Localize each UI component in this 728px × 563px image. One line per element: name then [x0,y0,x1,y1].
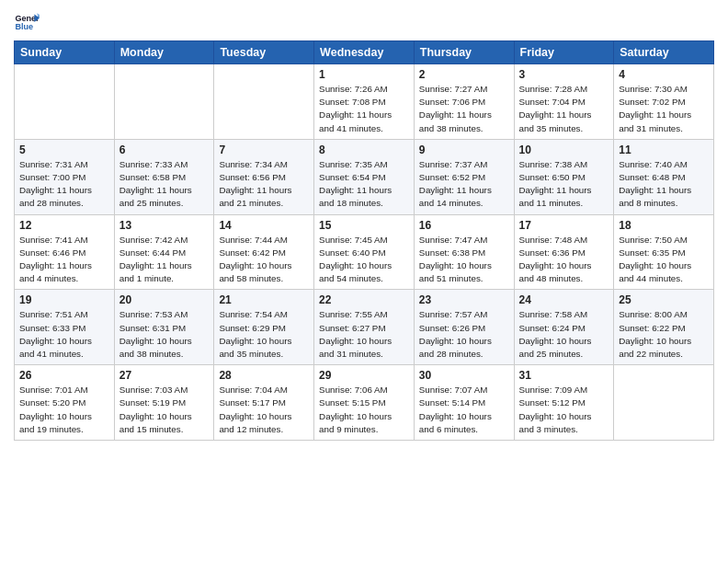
day-number: 30 [419,369,509,382]
day-info: Sunrise: 7:09 AM Sunset: 5:12 PM Dayligh… [519,384,609,436]
calendar-cell: 6Sunrise: 7:33 AM Sunset: 6:58 PM Daylig… [114,139,214,214]
day-number: 6 [119,144,210,156]
day-info: Sunrise: 7:03 AM Sunset: 5:19 PM Dayligh… [119,384,210,436]
calendar-cell [114,64,214,140]
calendar-cell: 18Sunrise: 7:50 AM Sunset: 6:35 PM Dayli… [614,214,714,290]
calendar-cell: 24Sunrise: 7:58 AM Sunset: 6:24 PM Dayli… [514,290,614,365]
day-number: 26 [19,369,109,382]
calendar-cell: 1Sunrise: 7:26 AM Sunset: 7:08 PM Daylig… [314,64,415,140]
day-number: 16 [419,219,509,232]
svg-text:Blue: Blue [15,22,33,31]
calendar-week-4: 19Sunrise: 7:51 AM Sunset: 6:33 PM Dayli… [15,290,714,365]
day-info: Sunrise: 7:37 AM Sunset: 6:52 PM Dayligh… [419,158,509,211]
day-info: Sunrise: 7:58 AM Sunset: 6:24 PM Dayligh… [519,308,609,361]
day-info: Sunrise: 7:47 AM Sunset: 6:38 PM Dayligh… [419,234,509,286]
day-number: 4 [619,68,709,81]
weekday-header-row: SundayMondayTuesdayWednesdayThursdayFrid… [15,41,714,64]
day-number: 13 [119,219,210,232]
day-number: 22 [319,293,409,306]
day-number: 25 [619,293,709,306]
weekday-header-saturday: Saturday [614,41,714,64]
calendar-cell: 23Sunrise: 7:57 AM Sunset: 6:26 PM Dayli… [414,290,514,365]
day-info: Sunrise: 7:31 AM Sunset: 7:00 PM Dayligh… [19,158,109,211]
calendar-cell: 12Sunrise: 7:41 AM Sunset: 6:46 PM Dayli… [15,214,115,290]
day-number: 31 [519,369,609,382]
day-info: Sunrise: 7:40 AM Sunset: 6:48 PM Dayligh… [619,158,709,211]
weekday-header-monday: Monday [114,41,214,64]
day-number: 2 [419,68,509,81]
calendar-cell: 14Sunrise: 7:44 AM Sunset: 6:42 PM Dayli… [214,214,314,290]
calendar-week-5: 26Sunrise: 7:01 AM Sunset: 5:20 PM Dayli… [15,365,714,441]
day-number: 10 [519,144,609,156]
day-info: Sunrise: 7:26 AM Sunset: 7:08 PM Dayligh… [319,83,409,135]
day-info: Sunrise: 7:04 AM Sunset: 5:17 PM Dayligh… [219,384,309,436]
day-info: Sunrise: 7:33 AM Sunset: 6:58 PM Dayligh… [119,158,210,211]
weekday-header-thursday: Thursday [414,41,514,64]
day-number: 24 [519,293,609,306]
calendar-cell: 2Sunrise: 7:27 AM Sunset: 7:06 PM Daylig… [414,64,514,140]
day-number: 9 [419,144,509,156]
calendar-week-3: 12Sunrise: 7:41 AM Sunset: 6:46 PM Dayli… [15,214,714,290]
calendar-cell [15,64,115,140]
calendar-cell: 7Sunrise: 7:34 AM Sunset: 6:56 PM Daylig… [214,139,314,214]
day-info: Sunrise: 7:51 AM Sunset: 6:33 PM Dayligh… [19,308,109,361]
calendar-cell: 20Sunrise: 7:53 AM Sunset: 6:31 PM Dayli… [114,290,214,365]
day-info: Sunrise: 7:53 AM Sunset: 6:31 PM Dayligh… [119,308,210,361]
calendar-week-1: 1Sunrise: 7:26 AM Sunset: 7:08 PM Daylig… [15,64,714,140]
day-info: Sunrise: 8:00 AM Sunset: 6:22 PM Dayligh… [619,308,709,361]
day-number: 19 [19,293,109,306]
day-info: Sunrise: 7:07 AM Sunset: 5:14 PM Dayligh… [419,384,509,436]
calendar-cell: 13Sunrise: 7:42 AM Sunset: 6:44 PM Dayli… [114,214,214,290]
day-number: 21 [219,293,309,306]
calendar-cell: 22Sunrise: 7:55 AM Sunset: 6:27 PM Dayli… [314,290,415,365]
logo: General Blue [14,9,41,35]
calendar-cell: 15Sunrise: 7:45 AM Sunset: 6:40 PM Dayli… [314,214,415,290]
day-number: 11 [619,144,709,156]
day-info: Sunrise: 7:34 AM Sunset: 6:56 PM Dayligh… [219,158,309,211]
day-number: 17 [519,219,609,232]
calendar-cell: 30Sunrise: 7:07 AM Sunset: 5:14 PM Dayli… [414,365,514,441]
calendar-cell: 4Sunrise: 7:30 AM Sunset: 7:02 PM Daylig… [614,64,714,140]
day-info: Sunrise: 7:55 AM Sunset: 6:27 PM Dayligh… [319,308,409,361]
day-number: 28 [219,369,309,382]
day-info: Sunrise: 7:01 AM Sunset: 5:20 PM Dayligh… [19,384,109,436]
calendar-cell: 29Sunrise: 7:06 AM Sunset: 5:15 PM Dayli… [314,365,415,441]
day-number: 20 [119,293,210,306]
day-info: Sunrise: 7:50 AM Sunset: 6:35 PM Dayligh… [619,234,709,286]
calendar-cell: 19Sunrise: 7:51 AM Sunset: 6:33 PM Dayli… [15,290,115,365]
calendar-cell: 28Sunrise: 7:04 AM Sunset: 5:17 PM Dayli… [214,365,314,441]
calendar-cell: 31Sunrise: 7:09 AM Sunset: 5:12 PM Dayli… [514,365,614,441]
day-number: 18 [619,219,709,232]
day-number: 3 [519,68,609,81]
day-number: 8 [319,144,409,156]
day-info: Sunrise: 7:06 AM Sunset: 5:15 PM Dayligh… [319,384,409,436]
calendar-cell: 8Sunrise: 7:35 AM Sunset: 6:54 PM Daylig… [314,139,415,214]
day-info: Sunrise: 7:27 AM Sunset: 7:06 PM Dayligh… [419,83,509,135]
day-number: 1 [319,68,409,81]
calendar-cell [214,64,314,140]
calendar-week-2: 5Sunrise: 7:31 AM Sunset: 7:00 PM Daylig… [15,139,714,214]
day-number: 5 [19,144,109,156]
day-number: 23 [419,293,509,306]
day-number: 27 [119,369,210,382]
calendar-cell: 5Sunrise: 7:31 AM Sunset: 7:00 PM Daylig… [15,139,115,214]
day-number: 15 [319,219,409,232]
day-info: Sunrise: 7:28 AM Sunset: 7:04 PM Dayligh… [519,83,609,135]
calendar-cell: 11Sunrise: 7:40 AM Sunset: 6:48 PM Dayli… [614,139,714,214]
page: General Blue SundayMondayTuesdayWednesda… [0,0,728,563]
day-number: 29 [319,369,409,382]
day-info: Sunrise: 7:41 AM Sunset: 6:46 PM Dayligh… [19,234,109,286]
day-info: Sunrise: 7:44 AM Sunset: 6:42 PM Dayligh… [219,234,309,286]
calendar-cell: 10Sunrise: 7:38 AM Sunset: 6:50 PM Dayli… [514,139,614,214]
calendar-cell: 3Sunrise: 7:28 AM Sunset: 7:04 PM Daylig… [514,64,614,140]
calendar-cell: 16Sunrise: 7:47 AM Sunset: 6:38 PM Dayli… [414,214,514,290]
calendar-cell: 9Sunrise: 7:37 AM Sunset: 6:52 PM Daylig… [414,139,514,214]
calendar-cell: 26Sunrise: 7:01 AM Sunset: 5:20 PM Dayli… [15,365,115,441]
day-number: 7 [219,144,309,156]
weekday-header-friday: Friday [514,41,614,64]
weekday-header-wednesday: Wednesday [314,41,415,64]
calendar-cell: 27Sunrise: 7:03 AM Sunset: 5:19 PM Dayli… [114,365,214,441]
weekday-header-tuesday: Tuesday [214,41,314,64]
day-number: 14 [219,219,309,232]
day-info: Sunrise: 7:57 AM Sunset: 6:26 PM Dayligh… [419,308,509,361]
